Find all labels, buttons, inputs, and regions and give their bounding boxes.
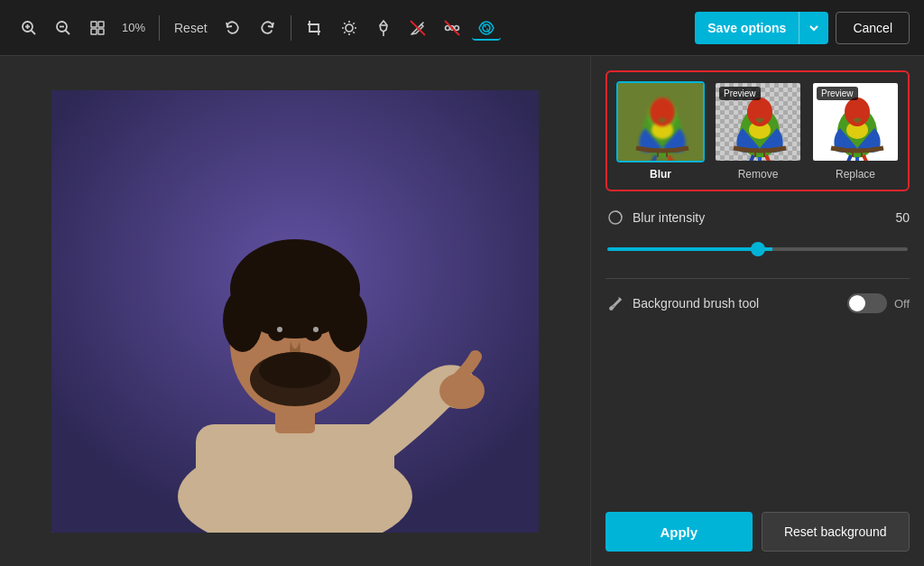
blur-intensity-value: 50	[895, 210, 910, 225]
redo-button[interactable]	[253, 15, 282, 41]
blur-icon	[605, 208, 625, 227]
replace-preview-badge: Preview	[817, 87, 858, 100]
blur-slider-container[interactable]	[605, 238, 910, 255]
effects-button[interactable]	[438, 15, 467, 41]
replace-label: Replace	[836, 168, 875, 181]
toolbar: 10% Reset	[0, 0, 924, 56]
effect-cards: Blur	[616, 81, 899, 181]
effect-card-remove[interactable]: Preview Remove	[714, 81, 802, 181]
replace-card-image[interactable]: Preview	[811, 81, 900, 162]
svg-line-1	[32, 30, 36, 34]
toolbar-divider-2	[291, 15, 291, 41]
effect-card-replace[interactable]: Preview Replace	[811, 81, 900, 181]
reset-button[interactable]: Reset	[169, 17, 213, 39]
svg-line-18	[353, 23, 355, 24]
pin-button[interactable]	[369, 15, 398, 41]
right-panel: Blur	[590, 56, 924, 566]
zoom-percent: 10%	[117, 21, 150, 34]
remove-card-image[interactable]: Preview	[714, 81, 802, 162]
brush-toggle[interactable]	[847, 293, 887, 313]
brush-toggle-thumb	[849, 295, 865, 311]
undo-button[interactable]	[218, 15, 247, 41]
crop-button[interactable]	[300, 15, 329, 41]
svg-point-42	[259, 352, 331, 388]
svg-line-19	[344, 32, 346, 33]
save-options-arrow[interactable]	[799, 12, 828, 44]
svg-point-67	[610, 307, 613, 310]
svg-line-17	[353, 32, 355, 33]
fit-screen-button[interactable]	[83, 15, 112, 41]
save-options-label: Save options	[695, 21, 799, 35]
svg-point-39	[277, 327, 282, 332]
svg-line-16	[344, 23, 346, 24]
bg-remove-button[interactable]	[472, 15, 501, 41]
svg-line-22	[421, 23, 423, 24]
remove-label: Remove	[738, 168, 779, 181]
svg-rect-7	[91, 22, 97, 27]
toolbar-left: 10% Reset	[14, 15, 688, 41]
blur-slider[interactable]	[607, 247, 908, 251]
remove-preview-badge: Preview	[719, 87, 761, 100]
svg-point-38	[304, 323, 322, 341]
svg-rect-8	[98, 22, 104, 27]
save-options-button[interactable]: Save options	[695, 12, 828, 44]
main-content: Blur	[0, 56, 924, 566]
svg-line-5	[66, 30, 70, 34]
svg-rect-10	[98, 29, 104, 34]
brush-tool-row: Background brush tool Off	[605, 293, 910, 313]
toolbar-divider	[159, 15, 160, 41]
brightness-button[interactable]	[335, 15, 364, 41]
svg-rect-9	[91, 29, 97, 34]
blur-intensity-row: Blur intensity 50	[605, 208, 910, 227]
bottom-buttons: Apply Reset background	[605, 497, 910, 552]
svg-point-40	[313, 327, 319, 332]
canvas-area[interactable]	[0, 56, 590, 566]
photo-container	[51, 90, 539, 533]
brush-tool-label: Background brush tool	[633, 296, 847, 311]
apply-button[interactable]: Apply	[605, 512, 753, 552]
blur-card-image[interactable]	[616, 81, 705, 162]
blur-label: Blur	[650, 168, 671, 181]
blur-intensity-label: Blur intensity	[633, 210, 895, 225]
zoom-out-button[interactable]	[49, 15, 78, 41]
svg-rect-36	[232, 271, 358, 316]
reset-background-button[interactable]: Reset background	[762, 512, 910, 552]
separator-1	[605, 278, 910, 279]
zoom-in-button[interactable]	[14, 15, 43, 41]
svg-line-26	[445, 21, 459, 35]
draw-button[interactable]	[403, 15, 432, 41]
svg-point-11	[346, 24, 353, 32]
effect-cards-wrapper: Blur	[605, 70, 910, 191]
effect-card-blur[interactable]: Blur	[616, 81, 705, 181]
svg-point-37	[268, 323, 286, 341]
brush-toggle-state: Off	[894, 297, 910, 311]
toolbar-right: Save options Cancel	[695, 12, 910, 44]
brush-icon	[605, 293, 625, 313]
cancel-button[interactable]: Cancel	[836, 12, 910, 44]
